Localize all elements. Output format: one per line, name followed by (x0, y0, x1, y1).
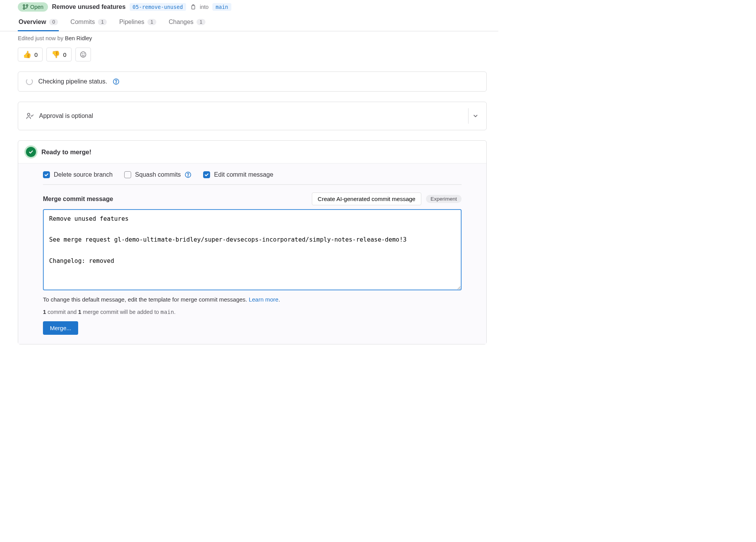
target-branch-chip[interactable]: main (212, 3, 231, 11)
edited-line: Edited just now by Ben Ridley (18, 35, 487, 41)
svg-point-9 (27, 113, 30, 116)
svg-point-4 (80, 52, 86, 57)
commit-count-c: 1 (78, 309, 81, 315)
pipeline-row: Checking pipeline status. (18, 72, 486, 91)
help-icon[interactable] (113, 78, 120, 85)
tab-label: Commits (70, 19, 95, 26)
status-text: Open (30, 4, 43, 10)
thumbs-down-count: 0 (63, 51, 66, 58)
approval-panel: Approval is optional (18, 102, 487, 130)
tab-label: Pipelines (119, 19, 144, 26)
content: Edited just now by Ben Ridley 👍 0 👎 0 Ch… (0, 35, 498, 344)
thumbs-up-count: 0 (34, 51, 38, 58)
learn-more-link[interactable]: Learn more (249, 296, 279, 303)
divider (468, 108, 469, 124)
commit-count-a: 1 (43, 309, 46, 315)
svg-point-8 (116, 83, 116, 83)
edited-author[interactable]: Ben Ridley (65, 35, 92, 41)
svg-point-11 (188, 176, 188, 176)
spinner-icon (26, 78, 33, 85)
commit-msg-header: Merge commit message Create AI-generated… (43, 193, 462, 205)
checkbox-label: Edit commit message (214, 171, 273, 178)
commit-count-d: merge commit will be added to (81, 309, 161, 315)
smiley-icon (80, 51, 87, 58)
tab-changes[interactable]: Changes 1 (168, 19, 206, 31)
edited-prefix: Edited just now by (18, 35, 65, 41)
tab-count: 1 (197, 19, 205, 25)
chevron-down-icon[interactable] (472, 113, 479, 119)
thumbs-down-icon: 👎 (51, 50, 60, 59)
commit-count-f: . (174, 309, 176, 315)
approval-row[interactable]: Approval is optional (18, 102, 486, 130)
approval-text: Approval is optional (39, 112, 93, 119)
tab-count: 1 (98, 19, 107, 25)
tab-overview[interactable]: Overview 0 (18, 19, 59, 31)
mr-header: Open Remove unused features 05-remove-un… (0, 2, 498, 12)
checkbox-label: Delete source branch (54, 171, 113, 178)
svg-rect-3 (192, 6, 195, 9)
reactions: 👍 0 👎 0 (18, 48, 487, 61)
mr-title: Remove unused features (52, 3, 125, 10)
checkbox-icon (43, 171, 50, 178)
approval-icon (26, 112, 34, 119)
commit-message-textarea[interactable] (43, 209, 462, 290)
period: . (279, 296, 280, 303)
ai-commit-message-button[interactable]: Create AI-generated commit message (312, 193, 421, 205)
thumbs-up-icon: 👍 (23, 50, 31, 59)
squash-commits-checkbox[interactable]: Squash commits (124, 171, 192, 178)
commit-count-b: commit and (46, 309, 78, 315)
checkbox-label: Squash commits (135, 171, 181, 178)
edit-commit-msg-checkbox[interactable]: Edit commit message (203, 171, 273, 178)
tab-count: 1 (147, 19, 156, 25)
success-icon (26, 147, 36, 157)
copy-branch-icon[interactable] (190, 4, 196, 10)
commit-count: 1 commit and 1 merge commit will be adde… (43, 309, 462, 315)
merge-options: Delete source branch Squash commits Edit… (43, 171, 462, 185)
tab-label: Overview (19, 19, 46, 26)
tab-pipelines[interactable]: Pipelines 1 (118, 19, 157, 31)
merge-button[interactable]: Merge... (43, 321, 78, 335)
help-icon[interactable] (185, 171, 192, 178)
commit-count-branch: main (161, 309, 174, 315)
pipeline-panel: Checking pipeline status. (18, 72, 487, 92)
add-reaction-button[interactable] (75, 48, 91, 61)
hint-text: To change this default message, edit the… (43, 296, 462, 303)
svg-point-6 (84, 54, 84, 54)
experiment-badge: Experiment (426, 195, 462, 203)
merge-request-page: Open Remove unused features 05-remove-un… (0, 2, 498, 344)
hint-prefix: To change this default message, edit the… (43, 296, 249, 303)
into-label: into (200, 4, 209, 10)
thumbs-down-button[interactable]: 👎 0 (46, 48, 71, 61)
merge-header: Ready to merge! (18, 141, 486, 163)
svg-point-5 (82, 54, 82, 54)
merge-panel: Ready to merge! Delete source branch Squ… (18, 140, 487, 344)
delete-source-checkbox[interactable]: Delete source branch (43, 171, 113, 178)
tab-commits[interactable]: Commits 1 (70, 19, 108, 31)
tab-count: 0 (49, 19, 58, 25)
commit-msg-label: Merge commit message (43, 196, 113, 203)
status-badge: Open (18, 2, 48, 12)
merge-request-icon (22, 4, 29, 10)
checkbox-icon (203, 171, 210, 178)
checkbox-icon (124, 171, 131, 178)
ready-text: Ready to merge! (41, 148, 91, 156)
pipeline-status-text: Checking pipeline status. (38, 78, 107, 85)
tab-label: Changes (169, 19, 193, 26)
merge-body: Delete source branch Squash commits Edit… (18, 163, 486, 344)
tabs: Overview 0 Commits 1 Pipelines 1 Changes… (0, 19, 498, 31)
source-branch-chip[interactable]: 05-remove-unused (130, 3, 186, 11)
thumbs-up-button[interactable]: 👍 0 (18, 48, 43, 61)
